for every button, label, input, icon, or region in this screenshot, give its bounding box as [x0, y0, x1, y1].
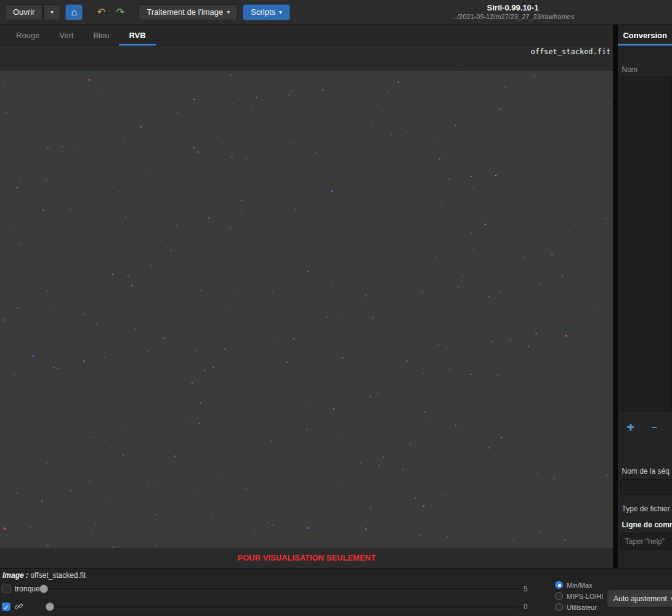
chevron-down-icon: ▾: [227, 9, 230, 15]
tab-conversion[interactable]: Conversion: [618, 25, 672, 46]
slider-track: [39, 588, 519, 590]
scripts-menu-button[interactable]: Scripts ▾: [243, 4, 290, 20]
truncate-label: tronquer: [15, 585, 43, 593]
redo-button[interactable]: ↷: [111, 4, 130, 20]
tab-bleu[interactable]: Bleu: [83, 25, 119, 46]
open-dropdown-button[interactable]: ▾: [43, 4, 60, 20]
home-icon: ⌂: [71, 7, 78, 18]
file-list[interactable]: [619, 76, 672, 412]
slider-track: [46, 606, 519, 608]
plus-icon: ✚: [626, 422, 634, 432]
image-label-key: Image :: [2, 571, 28, 580]
radio-mips-label: MIPS-LO/HI: [567, 593, 603, 600]
window-title: Siril-0.99.10-1: [407, 3, 619, 12]
image-viewer[interactable]: offset_stacked.fit POUR VISUALISATION SE…: [0, 46, 613, 568]
image-processing-menu-button[interactable]: Traitement de l'image ▾: [139, 4, 238, 20]
home-button[interactable]: ⌂: [65, 4, 83, 20]
auto-adjust-label: Auto ajustement: [613, 594, 667, 603]
radio-button-icon: [555, 592, 563, 600]
low-cut-checkbox[interactable]: ✓: [2, 602, 10, 611]
channel-tabstrip: Rouge Vert Bleu RVB: [0, 25, 613, 46]
radio-button-icon: [555, 603, 563, 611]
display-controls-bar: Image : offset_stacked.fit tronquer 5 ✓ …: [0, 568, 672, 616]
star-canvas: [0, 71, 613, 548]
siril-window: Ouvrir ▾ ⌂ ↶ ↷ Traitement de l'image ▾ S…: [0, 0, 672, 616]
tab-vert[interactable]: Vert: [49, 25, 83, 46]
undo-button[interactable]: ↶: [91, 4, 110, 20]
radio-utilisateur[interactable]: Utilisateur: [555, 603, 597, 611]
truncate-checkbox[interactable]: [2, 585, 10, 593]
link-channels-icon[interactable]: [14, 602, 23, 614]
tab-rouge[interactable]: Rouge: [6, 25, 49, 46]
open-button[interactable]: Ouvrir: [5, 4, 43, 20]
radio-minmax[interactable]: Min/Max: [555, 581, 593, 589]
chevron-down-icon: ▾: [51, 9, 54, 15]
radio-minmax-label: Min/Max: [567, 582, 593, 589]
file-type-label: Type de fichier: [621, 505, 670, 513]
header-bar: Ouvrir ▾ ⌂ ↶ ↷ Traitement de l'image ▾ S…: [0, 0, 672, 25]
high-level-slider[interactable]: [39, 585, 519, 593]
visualisation-warning: POUR VISUALISATION SEULEMENT: [0, 553, 613, 562]
scripts-menu-label: Scripts: [251, 7, 275, 17]
add-files-button[interactable]: ✚: [626, 423, 634, 432]
working-directory-path: .../2021-09-12/m27/23_27_23/rawframes: [407, 13, 619, 20]
high-level-value: 5: [524, 585, 528, 593]
image-canvas-frame[interactable]: [0, 71, 613, 548]
radio-mips-lo-hi[interactable]: MIPS-LO/HI: [555, 592, 603, 600]
conversion-panel: Conversion Nom ✚ − Nom de la séq Type de…: [613, 25, 672, 568]
low-level-slider[interactable]: [46, 602, 519, 611]
sequence-name-input[interactable]: [620, 479, 672, 495]
command-line-input[interactable]: [620, 533, 672, 550]
tab-rvb[interactable]: RVB: [119, 25, 155, 46]
check-icon: ✓: [3, 604, 9, 611]
window-title-block: Siril-0.99.10-1 .../2021-09-12/m27/23_27…: [407, 3, 619, 20]
chevron-down-icon: ▾: [279, 9, 282, 15]
redo-icon: ↷: [116, 6, 124, 18]
image-processing-menu-label: Traitement de l'image: [147, 7, 223, 17]
minus-icon: −: [651, 422, 657, 434]
panel-tabstrip: Conversion: [618, 25, 672, 46]
command-line-label: Ligne de comma: [621, 521, 672, 529]
file-list-column-header: Nom: [621, 65, 637, 74]
image-filename-overlay: offset_stacked.fit: [530, 47, 610, 56]
image-label-filename: offset_stacked.fit: [30, 571, 86, 580]
slider-handle[interactable]: [39, 585, 48, 593]
current-image-label: Image : offset_stacked.fit: [2, 571, 86, 580]
open-button-group: Ouvrir ▾: [5, 4, 60, 20]
auto-adjust-button[interactable]: Auto ajustement ▾: [607, 590, 672, 607]
remove-files-button[interactable]: −: [651, 423, 657, 433]
sequence-name-label: Nom de la séq: [621, 467, 669, 476]
slider-handle[interactable]: [46, 602, 54, 611]
radio-button-icon: [555, 581, 563, 589]
radio-utilisateur-label: Utilisateur: [567, 604, 597, 611]
undo-icon: ↶: [97, 6, 105, 18]
low-level-value: 0: [524, 602, 528, 611]
